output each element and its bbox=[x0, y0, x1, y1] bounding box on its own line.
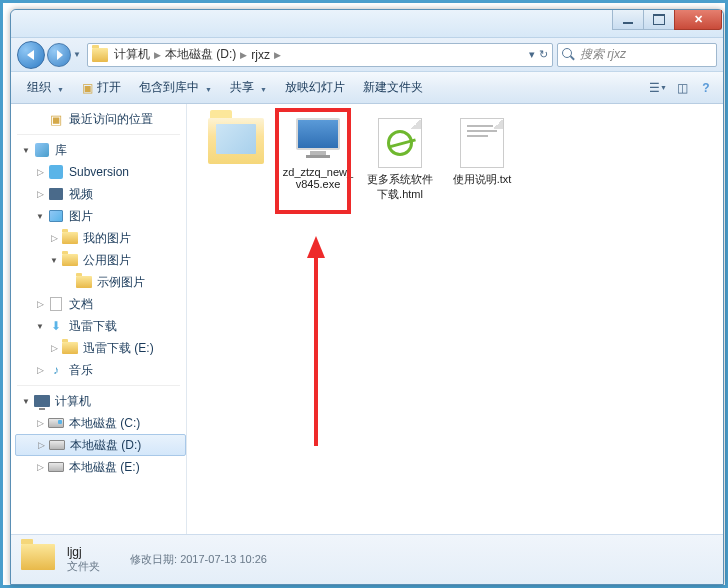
sidebar-item-music[interactable]: ♪音乐 bbox=[15, 359, 186, 381]
back-button[interactable] bbox=[17, 41, 45, 69]
help-button[interactable]: ? bbox=[697, 79, 715, 97]
open-icon: ▣ bbox=[82, 81, 93, 95]
toolbar: 组织 ▣打开 包含到库中 共享 放映幻灯片 新建文件夹 ☰ ▼ ◫ ? bbox=[11, 72, 723, 104]
sidebar-item-videos[interactable]: 视频 bbox=[15, 183, 186, 205]
share-menu[interactable]: 共享 bbox=[222, 75, 275, 100]
folder-icon bbox=[208, 118, 264, 164]
annotation-arrow bbox=[305, 236, 327, 446]
folder-icon bbox=[61, 230, 79, 246]
file-item-exe[interactable]: zd_ztzq_new_v845.exe bbox=[279, 114, 357, 206]
file-list-pane[interactable]: zd_ztzq_new_v845.exe 更多系统软件下载.html 使用说明.… bbox=[187, 104, 723, 534]
details-modified-date: 2017-07-13 10:26 bbox=[180, 553, 267, 565]
html-icon bbox=[378, 118, 422, 168]
drive-icon bbox=[47, 459, 65, 475]
folder-icon bbox=[61, 340, 79, 356]
recent-icon: ▣ bbox=[47, 111, 65, 127]
maximize-button[interactable] bbox=[643, 10, 675, 30]
video-icon bbox=[47, 186, 65, 202]
chevron-right-icon[interactable]: ▶ bbox=[240, 50, 247, 60]
sidebar-item-public-pictures[interactable]: 公用图片 bbox=[15, 249, 186, 271]
refresh-icon[interactable]: ↻ bbox=[539, 48, 548, 61]
forward-button[interactable] bbox=[47, 43, 71, 67]
explorer-window: 计算机▶ 本地磁盘 (D:)▶ rjxz▶ ▾ ↻ 搜索 rjxz 组织 ▣打开… bbox=[10, 9, 724, 585]
pictures-icon bbox=[47, 208, 65, 224]
file-label: zd_ztzq_new_v845.exe bbox=[281, 166, 355, 190]
sidebar-item-drive-e[interactable]: 本地磁盘 (E:) bbox=[15, 456, 186, 478]
address-dropdown-icon[interactable]: ▾ bbox=[529, 48, 535, 61]
new-folder-button[interactable]: 新建文件夹 bbox=[355, 75, 431, 100]
details-pane: ljgj 文件夹 修改日期: 2017-07-13 10:26 bbox=[11, 534, 723, 584]
breadcrumb: 本地磁盘 (D:)▶ bbox=[165, 46, 251, 63]
organize-menu[interactable]: 组织 bbox=[19, 75, 72, 100]
sidebar-item-thunder[interactable]: ⬇迅雷下载 bbox=[15, 315, 186, 337]
open-button[interactable]: ▣打开 bbox=[74, 75, 129, 100]
nav-history-dropdown[interactable] bbox=[71, 45, 83, 65]
preview-pane-button[interactable]: ◫ bbox=[673, 79, 691, 97]
computer-icon bbox=[33, 393, 51, 409]
sidebar-item-thunder-e[interactable]: 迅雷下载 (E:) bbox=[15, 337, 186, 359]
drive-icon bbox=[48, 437, 66, 453]
sidebar-item-documents[interactable]: 文档 bbox=[15, 293, 186, 315]
sidebar-item-drive-d[interactable]: 本地磁盘 (D:) bbox=[15, 434, 186, 456]
include-in-library-menu[interactable]: 包含到库中 bbox=[131, 75, 220, 100]
folder-icon bbox=[92, 48, 108, 62]
sidebar-item-drive-c[interactable]: 本地磁盘 (C:) bbox=[15, 412, 186, 434]
sidebar-item-subversion[interactable]: Subversion bbox=[15, 161, 186, 183]
navigation-pane: ▣最近访问的位置 库 Subversion 视频 图片 我的图片 公用图片 示例… bbox=[11, 104, 187, 534]
breadcrumb: 计算机▶ bbox=[114, 46, 165, 63]
minimize-button[interactable] bbox=[612, 10, 644, 30]
slideshow-button[interactable]: 放映幻灯片 bbox=[277, 75, 353, 100]
close-button[interactable] bbox=[674, 10, 722, 30]
file-label: 更多系统软件下载.html bbox=[363, 172, 437, 202]
details-modified-label: 修改日期: bbox=[130, 553, 177, 565]
search-icon bbox=[562, 48, 576, 62]
breadcrumb: rjxz▶ bbox=[251, 48, 285, 62]
music-icon: ♪ bbox=[47, 362, 65, 378]
file-label: 使用说明.txt bbox=[453, 172, 512, 187]
address-bar[interactable]: 计算机▶ 本地磁盘 (D:)▶ rjxz▶ ▾ ↻ bbox=[87, 43, 553, 67]
navigation-bar: 计算机▶ 本地磁盘 (D:)▶ rjxz▶ ▾ ↻ 搜索 rjxz bbox=[11, 38, 723, 72]
file-item-html[interactable]: 更多系统软件下载.html bbox=[361, 114, 439, 206]
details-type: 文件夹 bbox=[67, 559, 100, 574]
sidebar-item-sample-pictures[interactable]: 示例图片 bbox=[15, 271, 186, 293]
folder-icon bbox=[61, 252, 79, 268]
view-options-button[interactable]: ☰ ▼ bbox=[649, 79, 667, 97]
chevron-right-icon[interactable]: ▶ bbox=[154, 50, 161, 60]
sidebar-item-computer[interactable]: 计算机 bbox=[15, 390, 186, 412]
thunder-icon: ⬇ bbox=[47, 318, 65, 334]
libraries-icon bbox=[33, 142, 51, 158]
subversion-icon bbox=[47, 164, 65, 180]
exe-icon bbox=[294, 118, 342, 162]
document-icon bbox=[47, 296, 65, 312]
folder-item[interactable] bbox=[197, 114, 275, 206]
search-input[interactable]: 搜索 rjxz bbox=[557, 43, 717, 67]
txt-icon bbox=[460, 118, 504, 168]
drive-icon bbox=[47, 415, 65, 431]
folder-icon bbox=[75, 274, 93, 290]
sidebar-item-pictures[interactable]: 图片 bbox=[15, 205, 186, 227]
file-item-txt[interactable]: 使用说明.txt bbox=[443, 114, 521, 206]
titlebar bbox=[11, 10, 723, 38]
sidebar-item-recent[interactable]: ▣最近访问的位置 bbox=[15, 108, 186, 130]
chevron-right-icon[interactable]: ▶ bbox=[274, 50, 281, 60]
sidebar-item-libraries[interactable]: 库 bbox=[15, 139, 186, 161]
sidebar-item-my-pictures[interactable]: 我的图片 bbox=[15, 227, 186, 249]
details-thumbnail bbox=[21, 544, 57, 576]
details-name: ljgj bbox=[67, 545, 100, 559]
